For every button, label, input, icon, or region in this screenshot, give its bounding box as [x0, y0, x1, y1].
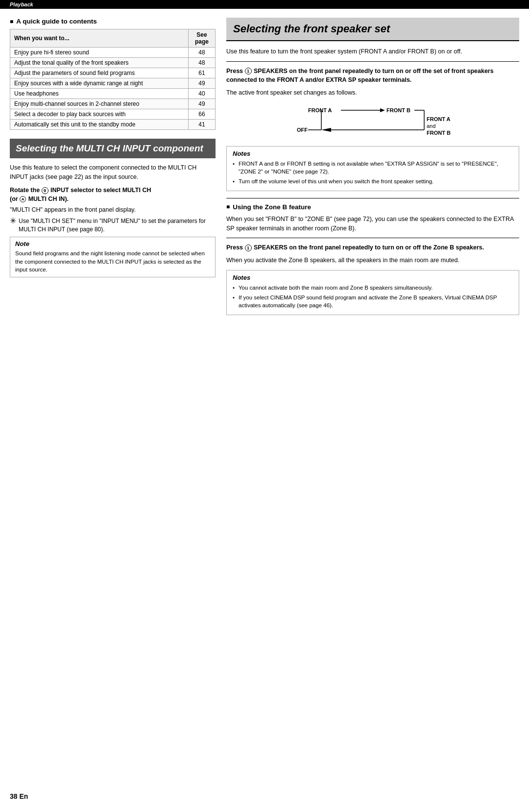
tip-icon: ✳: [10, 216, 16, 225]
table-row: Enjoy sources with a wide dynamic range …: [10, 78, 216, 89]
table-cell-text: Automatically set this unit to the stand…: [10, 120, 189, 130]
display-text: "MULTI CH" appears in the front panel di…: [10, 206, 216, 213]
table-row: Enjoy multi-channel sources in 2-channel…: [10, 99, 216, 109]
press-instruction: Press 1 SPEAKERS on the front panel repe…: [226, 67, 519, 84]
page-number: 38 En: [10, 792, 28, 800]
svg-marker-12: [321, 128, 331, 132]
table-cell-text: Use headphones: [10, 89, 189, 99]
notes1-box: Notes FRONT A and B or FRONT B setting i…: [226, 146, 519, 191]
table-cell-page: 48: [189, 48, 216, 58]
notes2-list: You cannot activate both the main room a…: [233, 284, 513, 310]
divider-2: [226, 198, 519, 198]
table-cell-text: Enjoy pure hi-fi stereo sound: [10, 48, 189, 58]
notes1-title: Notes: [233, 150, 513, 157]
tip-text: Use "MULTI CH SET" menu in "INPUT MENU" …: [19, 217, 216, 234]
intro-text: Use this feature to turn the front speak…: [226, 47, 519, 56]
table-row: Adjust the tonal quality of the front sp…: [10, 58, 216, 68]
table-row: Enjoy pure hi-fi stereo sound48: [10, 48, 216, 58]
table-col1-header: When you want to...: [10, 29, 189, 48]
main-section-title: Selecting the front speaker set: [226, 18, 519, 41]
table-col2-header: Seepage: [189, 29, 216, 48]
notes2-box: Notes You cannot activate both the main …: [226, 270, 519, 315]
left-column: A quick guide to contents When you want …: [10, 18, 216, 322]
table-row: Select a decoder to play back sources wi…: [10, 109, 216, 120]
rotate-a-circle: A: [20, 196, 26, 202]
svg-text:FRONT B: FRONT B: [427, 130, 451, 136]
table-cell-text: Enjoy sources with a wide dynamic range …: [10, 78, 189, 89]
svg-text:FRONT B: FRONT B: [386, 107, 410, 113]
svg-text:FRONT A: FRONT A: [427, 116, 451, 122]
quick-guide-table: When you want to... Seepage Enjoy pure h…: [10, 29, 216, 130]
list-item: If you select CINEMA DSP sound field pro…: [233, 294, 513, 310]
note-text: Sound field programs and the night liste…: [15, 249, 210, 274]
quick-guide-heading: A quick guide to contents: [10, 18, 216, 25]
zone-b-body2: When you activate the Zone B speakers, a…: [226, 256, 519, 265]
content-area: A quick guide to contents When you want …: [0, 9, 529, 332]
svg-text:and: and: [427, 123, 435, 129]
list-item: You cannot activate both the main room a…: [233, 284, 513, 292]
page-footer: 38 En: [10, 792, 28, 800]
table-row: Use headphones40: [10, 89, 216, 99]
page-wrapper: Playback A quick guide to contents When …: [0, 0, 529, 812]
speakers-circle: 1: [245, 68, 252, 74]
table-cell-page: 48: [189, 58, 216, 68]
list-item: FRONT A and B or FRONT B setting is not …: [233, 160, 513, 176]
note-title: Note: [15, 240, 210, 247]
rotate-circle-num: 9: [42, 187, 48, 194]
divider-3: [226, 238, 519, 238]
table-cell-text: Adjust the tonal quality of the front sp…: [10, 58, 189, 68]
table-cell-page: 49: [189, 78, 216, 89]
table-cell-page: 66: [189, 109, 216, 120]
divider-1: [226, 61, 519, 62]
multi-ch-title: Selecting the MULTI CH INPUT component: [10, 139, 216, 158]
notes2-title: Notes: [233, 274, 513, 281]
tip-row: ✳ Use "MULTI CH SET" menu in "INPUT MENU…: [10, 217, 216, 234]
table-row: Adjust the parameters of sound field pro…: [10, 68, 216, 78]
rotate-instruction: Rotate the 9 INPUT selector to select MU…: [10, 186, 216, 203]
table-cell-text: Enjoy multi-channel sources in 2-channel…: [10, 99, 189, 109]
multi-ch-body: Use this feature to select the component…: [10, 163, 216, 182]
press2-instruction: Press 1 SPEAKERS on the front panel repe…: [226, 243, 519, 252]
svg-marker-2: [380, 108, 385, 112]
notes1-list: FRONT A and B or FRONT B setting is not …: [233, 160, 513, 186]
zone-b-heading: Using the Zone B feature: [226, 203, 519, 211]
table-cell-page: 49: [189, 99, 216, 109]
table-cell-page: 40: [189, 89, 216, 99]
speaker-diagram: FRONT A FRONT B FRONT A and FRONT B: [294, 102, 451, 139]
table-cell-page: 61: [189, 68, 216, 78]
table-row: Automatically set this unit to the stand…: [10, 120, 216, 130]
top-bar: Playback: [0, 0, 529, 9]
speakers2-circle: 1: [245, 245, 252, 251]
header-label: Playback: [10, 1, 33, 7]
active-text: The active front speaker set changes as …: [226, 88, 519, 98]
note-box: Note Sound field programs and the night …: [10, 237, 216, 277]
list-item: Turn off the volume level of this unit w…: [233, 177, 513, 186]
svg-text:OFF: OFF: [297, 127, 308, 133]
svg-text:FRONT A: FRONT A: [308, 107, 332, 113]
zone-b-body: When you set "FRONT B" to "ZONE B" (see …: [226, 215, 519, 233]
table-cell-text: Adjust the parameters of sound field pro…: [10, 68, 189, 78]
right-column: Selecting the front speaker set Use this…: [226, 18, 519, 322]
table-cell-page: 41: [189, 120, 216, 130]
table-cell-text: Select a decoder to play back sources wi…: [10, 109, 189, 120]
